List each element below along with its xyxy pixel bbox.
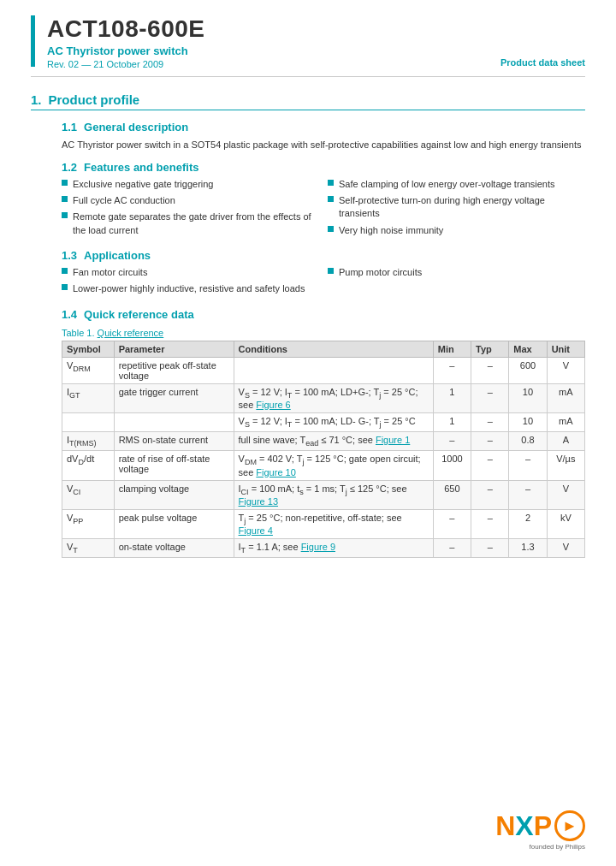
applications-col-2: Pump motor circuits [328,266,585,300]
table-header-row: Symbol Parameter Conditions Min Typ Max … [62,341,585,357]
footer-logo: N X P ► founded by Philips [495,810,585,851]
cell-min: 650 [433,480,471,509]
table-row: VS = 12 V; IT = 100 mA; LD- G-; Tj = 25 … [62,413,585,432]
cell-min: 1000 [433,451,471,480]
cell-unit: mA [547,413,584,432]
table-row: VCI clamping voltage ICI = 100 mA; ts = … [62,480,585,509]
cell-typ: – [471,509,509,538]
nxp-x-letter: X [515,812,533,839]
application-bullet: Fan motor circuits [62,266,319,279]
subsection-1-2-number: 1.2 [62,161,77,174]
header-accent-bar [31,15,35,67]
applications-list: Fan motor circuitsLower-power highly ind… [62,266,585,300]
cell-conditions: ICI = 100 mA; ts = 1 ms; Tj ≤ 125 °C; se… [234,480,433,509]
bullet-icon [62,212,68,218]
cell-conditions: Tj = 25 °C; non-repetitive, off-state; s… [234,509,433,538]
table-row: IGT gate trigger current VS = 12 V; IT =… [62,383,585,412]
feature-bullet: Exclusive negative gate triggering [62,178,319,191]
cell-conditions [234,357,433,383]
feature-bullet: Very high noise immunity [328,224,585,237]
header: ACT108-600E AC Thyristor power switch Re… [31,15,585,77]
bullet-icon [328,196,334,202]
cell-min: – [433,509,471,538]
cell-symbol [62,413,115,432]
bullet-icon [328,180,334,186]
subsection-1-1-number: 1.1 [62,121,77,133]
bullet-icon [62,180,68,186]
application-bullet: Pump motor circuits [328,266,585,279]
feature-bullet: Self-protective turn-on during high ener… [328,194,585,221]
col-symbol: Symbol [62,341,115,357]
applications-col-1: Fan motor circuitsLower-power highly ind… [62,266,319,300]
table-body: VDRM repetitive peak off-state voltage –… [62,357,585,557]
subsection-1-4-title: 1.4Quick reference data [62,308,585,321]
feature-bullet: Safe clamping of low energy over-voltage… [328,178,585,191]
cell-unit: A [547,432,584,451]
cell-conditions: IT = 1.1 A; see Figure 9 [234,538,433,557]
cell-parameter: repetitive peak off-state voltage [114,357,234,383]
cell-min: – [433,538,471,557]
doc-type-label: Product data sheet [500,57,585,69]
subsection-1-1: 1.1General description AC Thyristor powe… [62,121,585,152]
cell-symbol: IT(RMS) [62,432,115,451]
cell-conditions: VDM = 402 V; Tj = 125 °C; gate open circ… [234,451,433,480]
section-1-number: 1. [31,92,42,107]
table-row: VPP peak pulse voltage Tj = 25 °C; non-r… [62,509,585,538]
cell-symbol: VT [62,538,115,557]
cell-max: 10 [509,383,547,412]
table-row: VDRM repetitive peak off-state voltage –… [62,357,585,383]
col-unit: Unit [547,341,584,357]
section-1-title: 1.Product profile [31,92,585,110]
subsection-1-3: 1.3Applications Fan motor circuitsLower-… [62,249,585,300]
nxp-n-letter: N [495,812,515,839]
col-max: Max [509,341,547,357]
cell-parameter: peak pulse voltage [114,509,234,538]
cell-max: – [509,451,547,480]
cell-parameter: clamping voltage [114,480,234,509]
cell-max: 600 [509,357,547,383]
table-row: dVD/dt rate of rise of off-state voltage… [62,451,585,480]
cell-min: – [433,357,471,383]
cell-unit: V [547,357,584,383]
cell-parameter: gate trigger current [114,383,234,412]
cell-typ: – [471,451,509,480]
header-text-block: ACT108-600E AC Thyristor power switch Re… [47,15,500,69]
bullet-icon [62,284,68,290]
cell-symbol: dVD/dt [62,451,115,480]
cell-max: – [509,480,547,509]
feature-bullet: Full cycle AC conduction [62,194,319,207]
cell-parameter: RMS on-state current [114,432,234,451]
cell-max: 10 [509,413,547,432]
bullet-icon [328,268,334,274]
cell-parameter: rate of rise of off-state voltage [114,451,234,480]
subsection-1-3-title: 1.3Applications [62,249,585,262]
subsection-1-2-title: 1.2Features and benefits [62,161,585,174]
cell-typ: – [471,538,509,557]
cell-conditions: VS = 12 V; IT = 100 mA; LD+G-; Tj = 25 °… [234,383,433,412]
cell-conditions: VS = 12 V; IT = 100 mA; LD- G-; Tj = 25 … [234,413,433,432]
product-subtitle: AC Thyristor power switch [47,44,500,57]
subsection-1-2: 1.2Features and benefits Exclusive negat… [62,161,585,241]
cell-symbol: VPP [62,509,115,538]
subsection-1-4-number: 1.4 [62,308,77,321]
nxp-logo: N X P ► [495,810,585,841]
nxp-circle: ► [554,810,585,841]
subsection-1-4: 1.4Quick reference data Table 1. Quick r… [62,308,585,558]
col-parameter: Parameter [114,341,234,357]
revision-text: Rev. 02 — 21 October 2009 [47,59,500,69]
features-list: Exclusive negative gate triggeringFull c… [62,178,585,241]
cell-max: 2 [509,509,547,538]
cell-typ: – [471,383,509,412]
cell-symbol: VCI [62,480,115,509]
subsection-1-1-title: 1.1General description [62,121,585,133]
table-row: IT(RMS) RMS on-state current full sine w… [62,432,585,451]
subsection-1-3-number: 1.3 [62,249,77,262]
page: ACT108-600E AC Thyristor power switch Re… [0,0,616,866]
nxp-p-letter: P [534,812,552,839]
table-1-caption: Quick reference [98,328,164,338]
features-col-2: Safe clamping of low energy over-voltage… [328,178,585,241]
col-conditions: Conditions [234,341,433,357]
general-description-text: AC Thyristor power switch in a SOT54 pla… [62,138,585,152]
cell-unit: V [547,538,584,557]
bullet-icon [62,196,68,202]
